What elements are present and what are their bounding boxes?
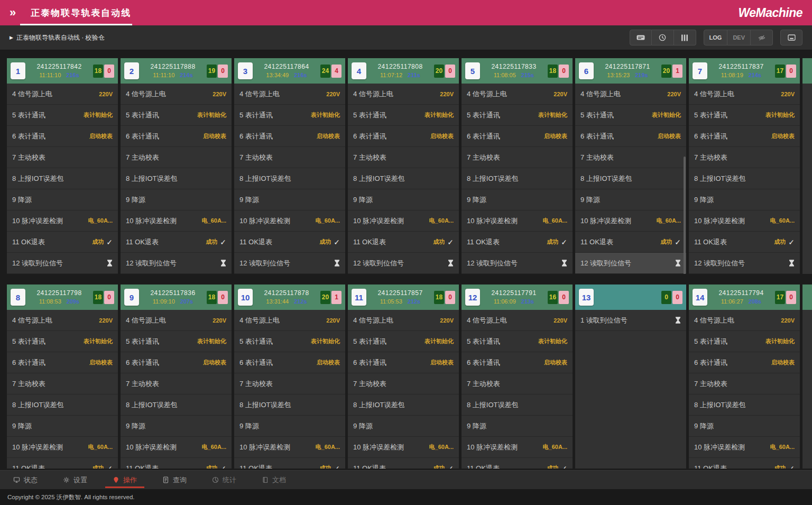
step-row[interactable]: 9 降源: [348, 189, 459, 210]
card-scrollbar[interactable]: [684, 157, 686, 274]
step-row[interactable]: 10 脉冲误差检测 电_60A...: [234, 210, 345, 232]
step-row[interactable]: 11 OK退表 成功 ✓: [234, 458, 345, 469]
step-row[interactable]: 6 表计通讯 启动校表: [462, 126, 573, 147]
step-row[interactable]: 6 表计通讯 启动校表: [575, 126, 686, 147]
step-row[interactable]: 7 主动校表: [462, 373, 573, 394]
step-row[interactable]: 8 上报IOT误差包: [689, 168, 800, 189]
station-header[interactable]: 1 241225117842 11:11:10 216s 18 0: [7, 58, 118, 84]
step-row[interactable]: 9 降源: [7, 189, 118, 210]
step-row[interactable]: 10 脉冲误差检测 电_60A...: [121, 437, 232, 458]
step-row[interactable]: 8 上报IOT误差包: [234, 168, 345, 189]
step-row[interactable]: 9 降源: [348, 416, 459, 437]
station-header[interactable]: 13 0 0: [575, 284, 686, 310]
log-button[interactable]: LOG: [704, 30, 728, 45]
step-row[interactable]: 11 OK退表 成功 ✓: [7, 458, 118, 469]
step-row[interactable]: 11 OK退表 成功 ✓: [348, 458, 459, 469]
step-row[interactable]: 10 脉冲误差检测 电_60A...: [689, 210, 800, 232]
step-row[interactable]: 9 降源: [689, 189, 800, 210]
step-row[interactable]: 6 表计通讯 启动校表: [689, 126, 800, 147]
step-row[interactable]: 11 OK退表 成功 ✓: [462, 232, 573, 253]
history-button[interactable]: [652, 30, 674, 45]
step-row[interactable]: 11 OK退表 成功 ✓: [348, 232, 459, 253]
step-row[interactable]: 4 信号源上电 220V: [462, 310, 573, 331]
step-row[interactable]: 5 表计通讯 表计初始化: [234, 105, 345, 126]
tab-settings[interactable]: 设置: [63, 471, 87, 489]
step-row[interactable]: 4 信号源上电 220V: [689, 310, 800, 331]
station-header[interactable]: 7 241225117837 11:08:19 214s 17 0: [689, 58, 800, 84]
step-row[interactable]: 4 信号源上电 220V: [575, 84, 686, 105]
step-row[interactable]: 9 降源: [689, 416, 800, 437]
columns-button[interactable]: [674, 30, 696, 45]
step-row[interactable]: 11 OK退表 成功 ✓: [121, 458, 232, 469]
step-row[interactable]: 5 表计通讯 表计初始化: [121, 331, 232, 352]
station-header[interactable]: 10 241225117878 13:31:44 212s 20 1: [234, 284, 345, 310]
station-header[interactable]: 8 241225117798 11:08:53 209s 18 0: [7, 284, 118, 310]
step-row[interactable]: 8 上报IOT误差包: [348, 168, 459, 189]
step-row[interactable]: 8 上报IOT误差包: [689, 394, 800, 416]
step-row[interactable]: 10 脉冲误差检测 电_60A...: [462, 437, 573, 458]
dev-button[interactable]: DEV: [727, 30, 751, 45]
step-row[interactable]: 4 信号源上电 220V: [234, 84, 345, 105]
station-header[interactable]: 9 241225117836 11:09:10 207s 18 0: [121, 284, 232, 310]
step-row[interactable]: 5 表计通讯 表计初始化: [121, 105, 232, 126]
step-row[interactable]: 5 表计通讯 表计初始化: [7, 105, 118, 126]
step-row[interactable]: 9 降源: [234, 189, 345, 210]
step-row[interactable]: 4 信号源上电 220V: [348, 84, 459, 105]
step-row[interactable]: 4 信号源上电 220V: [234, 310, 345, 331]
station-header[interactable]: [802, 58, 812, 84]
step-row[interactable]: 10 脉冲误差检测 电_60A...: [7, 210, 118, 232]
step-row[interactable]: 7 主动校表: [348, 147, 459, 168]
step-row[interactable]: 8 上报IOT误差包: [121, 394, 232, 416]
step-row[interactable]: 9 降源: [462, 189, 573, 210]
step-row[interactable]: 5 表计通讯 表计初始化: [689, 105, 800, 126]
tab-status[interactable]: 状态: [13, 471, 38, 489]
step-row[interactable]: 7 主动校表: [462, 147, 573, 168]
step-row[interactable]: 11 OK退表 成功 ✓: [689, 458, 800, 469]
step-row[interactable]: 5 表计通讯 表计初始化: [234, 331, 345, 352]
tab-docs[interactable]: 文档: [262, 471, 286, 489]
step-row[interactable]: 8 上报IOT误差包: [348, 394, 459, 416]
step-row[interactable]: 8 上报IOT误差包: [462, 168, 573, 189]
step-row[interactable]: 8 上报IOT误差包: [7, 168, 118, 189]
step-row[interactable]: 5 表计通讯 表计初始化: [575, 105, 686, 126]
step-row[interactable]: 5 表计通讯 表计初始化: [462, 105, 573, 126]
step-row[interactable]: 12 读取到位信号: [689, 253, 800, 274]
step-row[interactable]: 4 信号源上电 220V: [7, 310, 118, 331]
step-row[interactable]: 10 脉冲误差检测 电_60A...: [689, 437, 800, 458]
step-row[interactable]: 4 信号源上电 220V: [121, 84, 232, 105]
step-row[interactable]: 8 上报IOT误差包: [7, 394, 118, 416]
step-row[interactable]: 5 表计通讯 表计初始化: [689, 331, 800, 352]
step-row[interactable]: 6 表计通讯 启动校表: [234, 352, 345, 373]
step-row[interactable]: 11 OK退表 成功 ✓: [462, 458, 573, 469]
step-row[interactable]: 7 主动校表: [689, 147, 800, 168]
step-row[interactable]: 5 表计通讯 表计初始化: [7, 331, 118, 352]
step-row[interactable]: 6 表计通讯 启动校表: [689, 352, 800, 373]
step-row[interactable]: 10 脉冲误差检测 电_60A...: [121, 210, 232, 232]
step-row[interactable]: 9 降源: [575, 189, 686, 210]
station-header[interactable]: [802, 284, 812, 310]
step-row[interactable]: 6 表计通讯 启动校表: [348, 352, 459, 373]
step-row[interactable]: 11 OK退表 成功 ✓: [121, 232, 232, 253]
tab-query[interactable]: 查询: [162, 471, 187, 489]
step-row[interactable]: 9 降源: [462, 416, 573, 437]
step-row[interactable]: 8 上报IOT误差包: [575, 168, 686, 189]
step-row[interactable]: 7 主动校表: [348, 373, 459, 394]
step-row[interactable]: 6 表计通讯 启动校表: [121, 352, 232, 373]
step-row[interactable]: 7 主动校表: [7, 373, 118, 394]
step-row[interactable]: 4 信号源上电 220V: [7, 84, 118, 105]
step-row[interactable]: 7 主动校表: [234, 147, 345, 168]
step-row[interactable]: 11 OK退表 成功 ✓: [689, 232, 800, 253]
tag-button[interactable]: [630, 30, 652, 45]
station-header[interactable]: 11 241225117857 11:05:53 212s 18 0: [348, 284, 459, 310]
step-row[interactable]: 9 降源: [7, 416, 118, 437]
step-row[interactable]: 11 OK退表 成功 ✓: [7, 232, 118, 253]
tab-stats[interactable]: 统计: [212, 471, 236, 489]
step-row[interactable]: 6 表计通讯 启动校表: [462, 352, 573, 373]
step-row[interactable]: 7 主动校表: [121, 147, 232, 168]
step-row[interactable]: 8 上报IOT误差包: [234, 394, 345, 416]
step-row[interactable]: 9 降源: [234, 416, 345, 437]
station-header[interactable]: 5 241225117833 11:08:05 215s 18 0: [462, 58, 573, 84]
step-row[interactable]: 7 主动校表: [689, 373, 800, 394]
step-row[interactable]: 11 OK退表 成功 ✓: [234, 232, 345, 253]
screen-button[interactable]: [780, 30, 802, 45]
